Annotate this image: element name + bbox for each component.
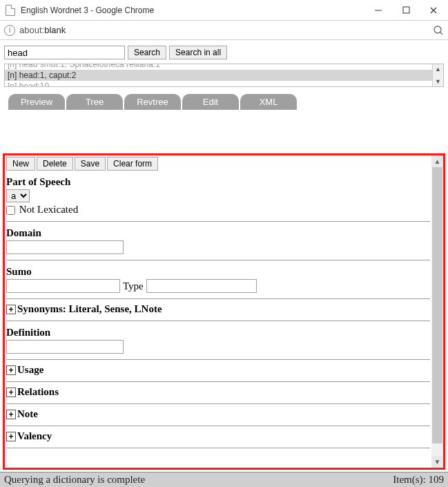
pos-section: Part of Speech a Not Lexicated: [6, 176, 430, 216]
result-row[interactable]: [n] head:10: [5, 81, 443, 87]
tab-revtree[interactable]: Revtree: [124, 94, 181, 110]
save-button[interactable]: Save: [75, 157, 106, 171]
expand-note-button[interactable]: +: [6, 410, 16, 419]
results-list[interactable]: [n] head smut:1, Sphacelotheca reiliana:…: [4, 64, 444, 87]
result-row[interactable]: [n] head smut:1, Sphacelotheca reiliana:…: [5, 64, 443, 70]
divider: [6, 260, 430, 260]
minimize-icon: [374, 6, 382, 15]
not-lexicated-label: Not Lexicated: [19, 204, 78, 215]
search-button[interactable]: Search: [128, 46, 166, 59]
usage-section: + Usage: [6, 364, 430, 376]
divider: [6, 321, 430, 321]
not-lexicated-checkbox[interactable]: [6, 206, 15, 215]
info-icon[interactable]: i: [4, 25, 15, 36]
editor-content: New Delete Save Clear form Part of Speec…: [5, 155, 431, 468]
pos-label: Part of Speech: [6, 176, 430, 188]
note-section: + Note: [6, 408, 430, 420]
sumo-label: Sumo: [6, 266, 430, 278]
type-label: Type: [123, 280, 144, 292]
window-titlebar: English Wordnet 3 - Google Chrome: [0, 0, 448, 21]
usage-label: Usage: [17, 364, 43, 376]
editor-scrollbar[interactable]: ▲ ▼: [431, 155, 443, 468]
sumo-input[interactable]: [6, 279, 120, 293]
window-controls: [373, 6, 438, 15]
maximize-icon: [402, 6, 410, 14]
results-scrollbar[interactable]: ▲ ▼: [432, 64, 443, 86]
divider: [6, 403, 430, 404]
delete-button[interactable]: Delete: [37, 157, 73, 171]
divider: [6, 448, 430, 448]
svg-rect-1: [403, 7, 409, 13]
divider: [6, 298, 430, 299]
page-icon: [6, 5, 15, 16]
relations-label: Relations: [17, 386, 59, 398]
close-icon: [429, 6, 438, 15]
address-bar: i about:blank: [0, 21, 448, 40]
scroll-down-icon[interactable]: ▼: [433, 77, 443, 86]
expand-synonyms-button[interactable]: +: [6, 305, 16, 314]
domain-input[interactable]: [6, 240, 124, 254]
definition-section: Definition: [6, 327, 430, 354]
editor-panel: New Delete Save Clear form Part of Speec…: [3, 153, 445, 470]
search-row: Search Search in all: [0, 40, 448, 62]
status-message: Querying a dictionary is complete: [4, 474, 393, 486]
status-item-count: Item(s): 109: [393, 474, 444, 486]
divider: [6, 426, 430, 426]
definition-label: Definition: [6, 327, 430, 338]
scroll-thumb[interactable]: [432, 167, 442, 443]
domain-label: Domain: [6, 227, 430, 239]
clear-form-button[interactable]: Clear form: [107, 157, 158, 171]
expand-usage-button[interactable]: +: [6, 365, 16, 375]
scroll-up-icon[interactable]: ▲: [433, 64, 443, 74]
status-bar: Querying a dictionary is complete Item(s…: [0, 472, 448, 487]
divider: [6, 221, 430, 222]
new-button[interactable]: New: [6, 157, 35, 171]
tab-tree[interactable]: Tree: [66, 94, 123, 110]
tab-edit[interactable]: Edit: [182, 94, 239, 110]
note-label: Note: [17, 408, 38, 420]
sumo-section: Sumo Type: [6, 266, 430, 293]
valency-label: Valency: [17, 430, 52, 442]
scroll-up-icon[interactable]: ▲: [431, 155, 443, 167]
close-button[interactable]: [429, 6, 438, 15]
tab-preview[interactable]: Preview: [8, 94, 65, 110]
valency-section: + Valency: [6, 430, 430, 442]
expand-valency-button[interactable]: +: [6, 432, 16, 441]
synonyms-label: Synonyms: Literal, Sense, LNote: [17, 303, 162, 315]
divider: [6, 359, 430, 360]
svg-line-5: [440, 32, 443, 35]
scroll-down-icon[interactable]: ▼: [431, 456, 443, 468]
maximize-button[interactable]: [401, 6, 411, 15]
zoom-icon[interactable]: [433, 25, 444, 36]
definition-input[interactable]: [6, 340, 124, 354]
url-scheme: about:: [19, 25, 44, 35]
tab-xml[interactable]: XML: [240, 94, 297, 110]
relations-section: + Relations: [6, 386, 430, 398]
url-path: blank: [44, 25, 66, 35]
synonyms-section: + Synonyms: Literal, Sense, LNote: [6, 303, 430, 315]
result-row-selected[interactable]: [n] head:1, caput:2: [5, 70, 443, 81]
divider: [6, 381, 430, 382]
expand-relations-button[interactable]: +: [6, 388, 16, 397]
minimize-button[interactable]: [373, 6, 383, 15]
search-in-all-button[interactable]: Search in all: [169, 46, 227, 59]
editor-toolbar: New Delete Save Clear form: [6, 157, 430, 171]
type-input[interactable]: [146, 279, 257, 293]
view-tabs: Preview Tree Revtree Edit XML: [0, 88, 448, 110]
window-title: English Wordnet 3 - Google Chrome: [21, 6, 373, 15]
pos-select[interactable]: a: [6, 189, 30, 202]
search-input[interactable]: [4, 46, 125, 59]
url-display[interactable]: about:blank: [19, 25, 433, 35]
domain-section: Domain: [6, 227, 430, 254]
